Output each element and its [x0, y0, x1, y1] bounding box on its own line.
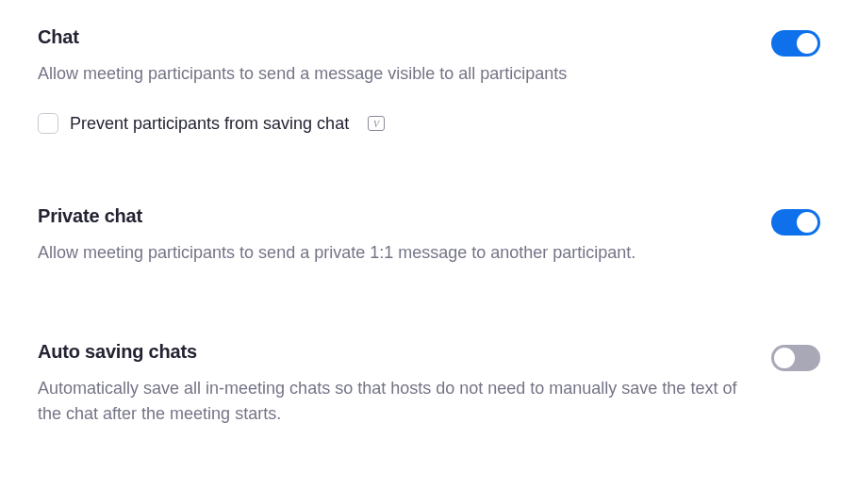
- toggle-chat[interactable]: [771, 30, 820, 57]
- setting-chat-content: Chat Allow meeting participants to send …: [38, 26, 771, 134]
- setting-chat-title: Chat: [38, 26, 752, 48]
- checkbox-prevent-save[interactable]: [38, 113, 58, 134]
- spacer: [38, 134, 820, 205]
- toggle-knob-icon: [797, 33, 817, 54]
- toggle-private-chat[interactable]: [771, 209, 820, 236]
- setting-auto-saving-chats-description: Automatically save all in-meeting chats …: [38, 376, 752, 427]
- setting-chat: Chat Allow meeting participants to send …: [38, 26, 820, 134]
- toggle-knob-icon: [797, 212, 817, 233]
- setting-private-chat-title: Private chat: [38, 205, 752, 227]
- modified-default-icon: V: [368, 116, 385, 131]
- setting-private-chat-description: Allow meeting participants to send a pri…: [38, 240, 752, 266]
- toggle-knob-icon: [774, 348, 795, 368]
- setting-auto-saving-chats-title: Auto saving chats: [38, 341, 752, 363]
- setting-private-chat-content: Private chat Allow meeting participants …: [38, 205, 771, 266]
- setting-chat-description: Allow meeting participants to send a mes…: [38, 61, 752, 87]
- spacer: [38, 266, 820, 341]
- sub-option-prevent-save-label: Prevent participants from saving chat: [70, 114, 349, 134]
- sub-option-prevent-save: Prevent participants from saving chat V: [38, 113, 752, 134]
- toggle-auto-saving-chats[interactable]: [771, 345, 820, 371]
- setting-private-chat: Private chat Allow meeting participants …: [38, 205, 820, 266]
- setting-auto-saving-chats: Auto saving chats Automatically save all…: [38, 341, 820, 427]
- setting-auto-saving-chats-content: Auto saving chats Automatically save all…: [38, 341, 771, 427]
